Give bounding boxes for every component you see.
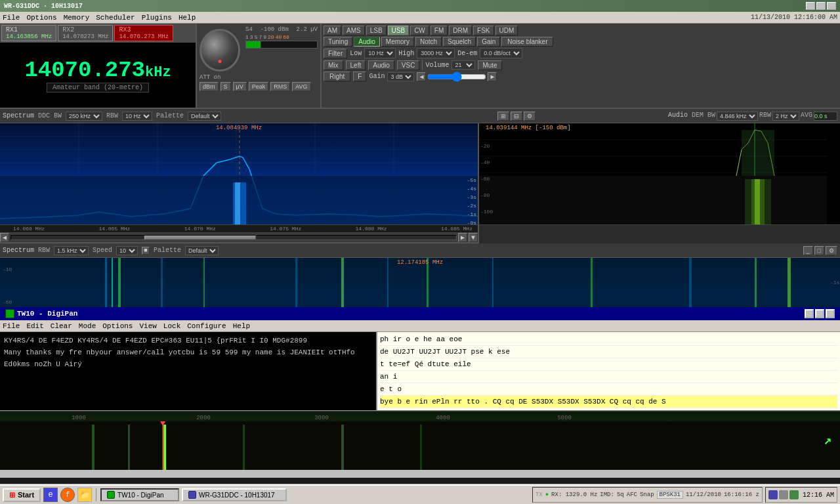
gain-select[interactable]: 3 dB (387, 72, 414, 81)
ams-btn[interactable]: AMS (343, 26, 365, 35)
s-btn[interactable]: S (220, 82, 231, 91)
digipan-menu-bar: File Edit Clear Mode Options View Lock C… (0, 320, 840, 332)
cw-btn[interactable]: CW (410, 26, 429, 35)
gain-tab[interactable]: Gain (477, 37, 500, 47)
squelch-tab[interactable]: Squelch (443, 37, 476, 47)
ddc-bw-select[interactable]: 250 kHz (66, 112, 102, 121)
volume-select[interactable]: 21 (452, 60, 475, 70)
maximize-btn[interactable]: □ (816, 2, 826, 10)
menu-scheduler[interactable]: Scheduler (96, 14, 135, 22)
dp-menu-edit[interactable]: Edit (26, 322, 43, 330)
spectrum-settings-btn[interactable]: ⚙ (524, 112, 536, 121)
rms-btn[interactable]: RMS (270, 82, 290, 91)
taskbar-btn-tw10[interactable]: TW10 - DigiPan (100, 488, 179, 501)
spectrum-toolbar: Spectrum DDC BW 250 kHz RBW 10 Hz Palett… (0, 109, 840, 123)
low-label: Low (350, 50, 362, 57)
filter-btn[interactable]: Filter (324, 49, 347, 58)
wf-speed-select[interactable]: 10 (116, 246, 138, 255)
f-btn[interactable]: F (353, 72, 366, 81)
digipan-close-btn[interactable]: × (826, 309, 835, 318)
low-freq-select[interactable]: 10 Hz (364, 48, 396, 58)
menu-file[interactable]: File (3, 14, 20, 22)
svg-rect-28 (755, 179, 760, 224)
dp-menu-clear[interactable]: Clear (51, 322, 72, 330)
vsc-btn[interactable]: VSC (397, 60, 420, 70)
dp-menu-view[interactable]: View (139, 322, 156, 330)
rx-text-left: KY4RS/4 DE F4EZD KY4RS/4 DE F4EZD EPC#36… (0, 332, 377, 410)
ie-icon[interactable]: e (43, 488, 58, 502)
mute-btn[interactable]: Mute (478, 60, 501, 70)
notch-tab[interactable]: Notch (415, 37, 442, 47)
avg-input[interactable] (814, 112, 837, 121)
freq-axis-main: 14.060 MHz 14.065 MHz 14.070 MHz 14.075 … (0, 225, 479, 233)
menu-plugins[interactable]: Plugins (142, 14, 172, 22)
am-btn[interactable]: AM (324, 26, 341, 35)
dem-bw-select[interactable]: 4.846 kHz (717, 112, 758, 121)
dp-menu-options[interactable]: Options (102, 322, 133, 330)
uv-btn[interactable]: µV (233, 82, 247, 91)
left-btn[interactable]: Left (346, 60, 366, 70)
fsk-btn[interactable]: FSK (473, 26, 494, 35)
high-freq-select[interactable]: 3000 Hz (417, 48, 455, 58)
peak-btn[interactable]: Peak (249, 82, 269, 91)
spectrum-zoom-btn[interactable]: ⊞ (497, 112, 509, 121)
deem-select[interactable]: 0.0 dB/oct (480, 48, 522, 58)
avg-btn[interactable]: AVG (292, 82, 310, 91)
rx-text-line-3: Ed0kms noZh U Airý (4, 358, 372, 370)
scroll-down-arrow[interactable]: ▼ (469, 233, 478, 242)
volume-slider[interactable] (427, 74, 486, 79)
drm-btn[interactable]: DRM (449, 26, 472, 35)
usb-btn[interactable]: USB (388, 26, 410, 35)
folder-icon[interactable]: 📁 (77, 488, 92, 502)
wf-max-btn[interactable]: □ (814, 246, 824, 255)
memory-tab[interactable]: Memory (381, 37, 414, 47)
wf-min-btn[interactable]: _ (803, 246, 813, 255)
tuning-tab[interactable]: Tuning (324, 37, 352, 47)
taskbar-btn-sdr[interactable]: WR-G31DDC - 10H13017 (182, 488, 287, 501)
dp-menu-lock[interactable]: Lock (163, 322, 180, 330)
digipan-maximize-btn[interactable]: □ (815, 309, 824, 318)
mix-btn[interactable]: Mix (324, 60, 343, 70)
dp-menu-help[interactable]: Help (233, 322, 250, 330)
dp-menu-mode[interactable]: Mode (79, 322, 96, 330)
dem-rbw-select[interactable]: 2 Hz (772, 112, 799, 121)
rx1-tab[interactable]: RX1 14.163856 MHz (1, 25, 56, 41)
palette-select[interactable]: Default (188, 112, 221, 121)
right-btn[interactable]: Right (324, 72, 350, 81)
dp-menu-file[interactable]: File (3, 322, 20, 330)
scroll-right-arrow[interactable]: ▶ (458, 233, 467, 242)
dp-menu-configure[interactable]: Configure (187, 322, 226, 330)
vol-slider-left-arrow[interactable]: ◀ (417, 72, 426, 81)
audio-tab[interactable]: Audio (354, 37, 380, 47)
tray-icon-3[interactable] (789, 490, 799, 499)
scroll-left-arrow[interactable]: ◀ (0, 233, 9, 242)
digipan-minimize-btn[interactable]: _ (805, 309, 814, 318)
tuning-knob[interactable] (200, 29, 240, 72)
wf-palette-select[interactable]: Default (185, 246, 219, 255)
wf-settings-btn[interactable]: ⚙ (826, 246, 837, 255)
close-btn[interactable]: × (827, 2, 836, 10)
menu-help[interactable]: Help (178, 14, 196, 22)
noise-blanker-tab[interactable]: Noise blanker (501, 37, 553, 47)
udm-btn[interactable]: UDM (495, 26, 518, 35)
rx3-tab[interactable]: RX3 14.070.273 MHz (114, 25, 173, 41)
vol-slider-right-arrow[interactable]: ▶ (488, 72, 497, 81)
wf-stop-btn[interactable]: ■ (142, 247, 150, 255)
fm-btn[interactable]: FM (430, 26, 448, 35)
spectrum-fit-btn[interactable]: ⊟ (511, 112, 522, 121)
tray-icon-2[interactable] (779, 490, 788, 499)
start-button[interactable]: ⊞ Start (3, 488, 41, 502)
tray-icon-1[interactable] (768, 490, 778, 499)
svg-rect-16 (235, 182, 240, 224)
lsb-btn[interactable]: LSB (366, 26, 387, 35)
menu-memory[interactable]: Memory (64, 14, 90, 22)
audio-btn2[interactable]: Audio (368, 60, 394, 70)
rbw-select[interactable]: 10 Hz (122, 112, 152, 121)
firefox-icon[interactable]: f (60, 488, 75, 502)
wf-speed-label: Speed (93, 247, 112, 254)
rx2-tab[interactable]: RX2 14.070273 MHz (58, 25, 113, 41)
menu-options[interactable]: Options (26, 14, 56, 22)
minimize-btn[interactable]: _ (806, 2, 815, 10)
dbm-btn[interactable]: dBm (200, 82, 219, 91)
wf-rbw-select[interactable]: 1.5 kHz (54, 246, 89, 255)
